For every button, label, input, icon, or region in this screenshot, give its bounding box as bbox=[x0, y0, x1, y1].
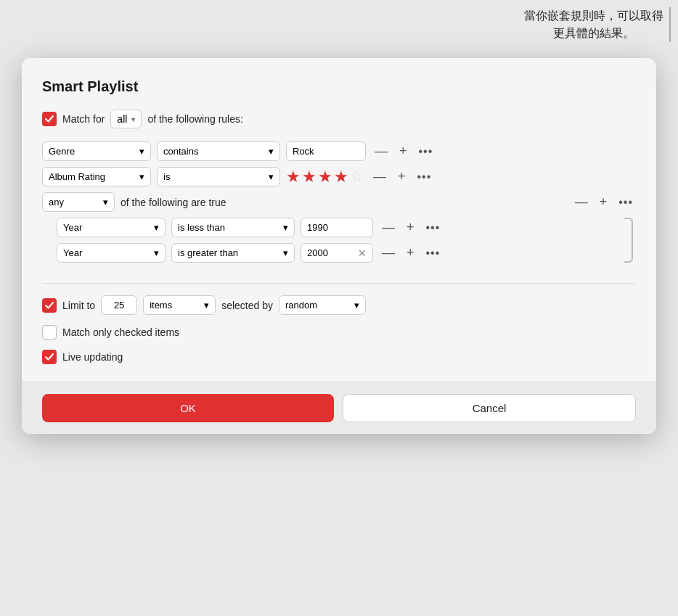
dialog-footer: OK Cancel bbox=[22, 382, 656, 434]
rule-row-any: any ▾ of the following are true — + ••• … bbox=[42, 192, 636, 263]
selected-by-dropdown[interactable]: random ▾ bbox=[279, 295, 366, 315]
chevron-icon: ▾ bbox=[204, 300, 209, 311]
limit-label: Limit to bbox=[62, 300, 95, 311]
nested-rule-year-greater: Year ▾ is greater than ▾ 2000 ✕ — + bbox=[57, 243, 624, 263]
chevron-icon: ▾ bbox=[154, 222, 159, 233]
limit-value-input[interactable] bbox=[101, 295, 137, 315]
limit-checkbox[interactable] bbox=[42, 298, 57, 313]
live-updating-checkbox[interactable] bbox=[42, 350, 57, 364]
any-condition-label: of the following are true bbox=[121, 197, 226, 208]
year-greater-more-button[interactable]: ••• bbox=[423, 245, 444, 261]
genre-condition-dropdown[interactable]: contains ▾ bbox=[157, 141, 280, 161]
year-less-condition-dropdown[interactable]: is less than ▾ bbox=[171, 218, 295, 237]
match-checked-checkbox[interactable] bbox=[42, 325, 57, 340]
match-checkbox[interactable] bbox=[42, 112, 57, 126]
album-rating-field-dropdown[interactable]: Album Rating ▾ bbox=[42, 167, 151, 186]
year-less-remove-button[interactable]: — bbox=[379, 218, 398, 237]
rules-area: Genre ▾ contains ▾ Rock — + ••• Album Ra… bbox=[42, 141, 636, 263]
year-greater-remove-button[interactable]: — bbox=[379, 244, 398, 262]
any-more-button[interactable]: ••• bbox=[616, 194, 636, 210]
chevron-icon: ▾ bbox=[283, 247, 288, 258]
album-rating-remove-button[interactable]: — bbox=[370, 168, 389, 186]
limit-unit-dropdown[interactable]: items ▾ bbox=[143, 295, 216, 315]
any-main-row: any ▾ of the following are true — + ••• bbox=[42, 192, 636, 212]
chevron-icon: ▾ bbox=[283, 222, 288, 233]
star-3[interactable]: ★ bbox=[318, 168, 332, 186]
year-less-field-dropdown[interactable]: Year ▾ bbox=[57, 218, 166, 237]
star-rating[interactable]: ★ ★ ★ ★ ☆ bbox=[286, 168, 364, 186]
ok-button[interactable]: OK bbox=[42, 394, 334, 422]
match-checked-row: Match only checked items bbox=[42, 325, 636, 340]
chevron-icon: ▾ bbox=[131, 115, 135, 123]
match-checked-label: Match only checked items bbox=[62, 327, 179, 338]
chevron-icon: ▾ bbox=[103, 197, 108, 208]
chevron-icon: ▾ bbox=[354, 300, 359, 311]
star-1[interactable]: ★ bbox=[286, 168, 301, 186]
year-greater-field-dropdown[interactable]: Year ▾ bbox=[57, 243, 166, 263]
rule-row-album-rating: Album Rating ▾ is ▾ ★ ★ ★ ★ ☆ — + ••• bbox=[42, 167, 636, 186]
match-label-post: of the following rules: bbox=[147, 113, 243, 125]
star-4[interactable]: ★ bbox=[334, 168, 348, 186]
year-less-value-input[interactable]: 1990 bbox=[301, 218, 373, 237]
chevron-icon: ▾ bbox=[154, 247, 159, 258]
year-greater-value-input[interactable]: 2000 ✕ bbox=[301, 243, 373, 263]
any-field-dropdown[interactable]: any ▾ bbox=[42, 192, 115, 212]
year-less-add-button[interactable]: + bbox=[404, 218, 417, 237]
any-remove-button[interactable]: — bbox=[572, 193, 591, 211]
album-rating-condition-dropdown[interactable]: is ▾ bbox=[157, 167, 280, 186]
nested-rules-container: Year ▾ is less than ▾ 1990 — + ••• bbox=[57, 218, 636, 263]
genre-more-button[interactable]: ••• bbox=[416, 144, 436, 160]
match-all-dropdown[interactable]: all ▾ bbox=[110, 110, 142, 128]
live-updating-label: Live updating bbox=[62, 351, 123, 363]
chevron-icon: ▾ bbox=[269, 171, 274, 182]
match-row: Match for all ▾ of the following rules: bbox=[42, 110, 636, 128]
limit-row: Limit to items ▾ selected by random ▾ bbox=[42, 295, 636, 315]
rule-row-genre: Genre ▾ contains ▾ Rock — + ••• bbox=[42, 141, 636, 161]
nested-rule-year-less: Year ▾ is less than ▾ 1990 — + ••• bbox=[57, 218, 624, 237]
year-less-more-button[interactable]: ••• bbox=[423, 220, 444, 236]
genre-remove-button[interactable]: — bbox=[372, 142, 391, 160]
tooltip: 當你嵌套規則時，可以取得 更具體的結果。 bbox=[524, 7, 663, 42]
album-rating-more-button[interactable]: ••• bbox=[414, 169, 435, 185]
chevron-icon: ▾ bbox=[139, 146, 144, 157]
genre-value-input[interactable]: Rock bbox=[286, 141, 366, 161]
chevron-icon: ▾ bbox=[139, 171, 144, 182]
year-greater-add-button[interactable]: + bbox=[404, 244, 417, 262]
bracket-decoration bbox=[624, 218, 633, 263]
live-updating-row: Live updating bbox=[42, 350, 636, 364]
year-greater-clear-button[interactable]: ✕ bbox=[358, 248, 367, 258]
star-2[interactable]: ★ bbox=[302, 168, 316, 186]
album-rating-add-button[interactable]: + bbox=[395, 168, 409, 186]
selected-by-label: selected by bbox=[221, 300, 273, 311]
genre-field-dropdown[interactable]: Genre ▾ bbox=[42, 141, 151, 161]
divider bbox=[42, 283, 636, 284]
cancel-button[interactable]: Cancel bbox=[343, 394, 636, 422]
chevron-icon: ▾ bbox=[269, 146, 274, 157]
genre-add-button[interactable]: + bbox=[396, 142, 410, 160]
bottom-options: Limit to items ▾ selected by random ▾ Ma… bbox=[42, 295, 636, 364]
match-label-pre: Match for bbox=[62, 113, 105, 125]
any-add-button[interactable]: + bbox=[597, 193, 610, 211]
year-greater-condition-dropdown[interactable]: is greater than ▾ bbox=[171, 243, 295, 263]
dialog-title: Smart Playlist bbox=[42, 78, 636, 95]
star-5[interactable]: ☆ bbox=[350, 168, 364, 186]
smart-playlist-dialog: Smart Playlist Match for all ▾ of the fo… bbox=[22, 58, 656, 434]
